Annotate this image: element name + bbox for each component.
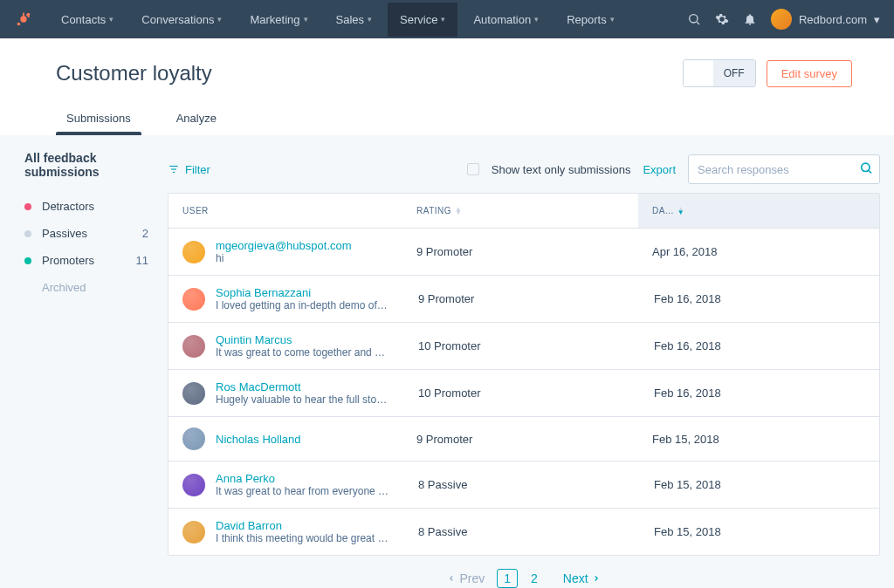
page-2[interactable]: 2	[525, 570, 544, 587]
table-row[interactable]: Anna PerkoIt was great to hear from ever…	[168, 462, 879, 509]
chevron-down-icon: ▾	[368, 15, 372, 24]
nav-item-reports[interactable]: Reports▾	[554, 3, 627, 37]
search-wrap	[688, 154, 880, 184]
table-row[interactable]: Nicholas Holland9 PromoterFeb 15, 2018	[168, 417, 879, 462]
user-comment: It was great to come together and get a …	[216, 346, 390, 359]
svg-point-2	[20, 16, 26, 22]
toggle-off[interactable]: OFF	[713, 60, 755, 86]
date-cell: Feb 16, 2018	[640, 292, 879, 305]
avatar	[182, 288, 205, 311]
user-name-link[interactable]: Anna Perko	[216, 472, 390, 485]
tab-analyze[interactable]: Analyze	[166, 105, 227, 135]
user-name-link[interactable]: Ros MacDermott	[216, 380, 390, 393]
main-panel: Filter Show text only submissions Export…	[157, 151, 894, 585]
sidebar-list: DetractorsPassives2Promoters11Archived	[21, 193, 157, 301]
toolbar: Filter Show text only submissions Export	[168, 151, 880, 193]
chevron-down-icon: ▾	[874, 13, 880, 26]
user-name-link[interactable]: Sophia Bernazzani	[216, 286, 390, 299]
svg-point-1	[17, 23, 21, 26]
sidebar-item-passives[interactable]: Passives2	[21, 220, 157, 247]
edit-survey-button[interactable]: Edit survey	[767, 60, 852, 87]
sort-icon: ▲▼	[677, 208, 684, 215]
nav-items: Contacts▾Conversations▾Marketing▾Sales▾S…	[49, 3, 627, 37]
hubspot-logo-icon[interactable]	[14, 10, 33, 29]
pagination: Prev 12 Next	[168, 556, 880, 585]
svg-line-11	[869, 171, 871, 174]
nav-item-service[interactable]: Service▾	[388, 3, 457, 37]
sidebar-title: All feedback submissions	[24, 151, 157, 179]
table-row[interactable]: Quintin MarcusIt was great to come toget…	[168, 323, 879, 370]
nav-item-automation[interactable]: Automation▾	[461, 3, 551, 37]
sidebar: All feedback submissions DetractorsPassi…	[0, 151, 157, 301]
sidebar-label: Promoters	[42, 254, 94, 267]
chevron-down-icon: ▾	[109, 15, 113, 24]
table-row[interactable]: Sophia BernazzaniI loved getting an in-d…	[168, 276, 879, 323]
avatar	[182, 474, 205, 496]
user-name-link[interactable]: Quintin Marcus	[216, 333, 390, 346]
tab-submissions[interactable]: Submissions	[56, 105, 141, 135]
rating-cell: 10 Promoter	[404, 386, 640, 400]
survey-toggle[interactable]: OFF	[683, 59, 756, 87]
svg-point-10	[862, 163, 870, 171]
page-header: Customer loyalty OFF Edit survey	[0, 38, 894, 87]
sidebar-count: 11	[136, 254, 148, 267]
search-button-icon[interactable]	[859, 161, 873, 178]
chevron-down-icon: ▾	[217, 15, 222, 24]
text-only-checkbox[interactable]	[467, 163, 479, 175]
avatar	[182, 335, 205, 358]
th-rating[interactable]: RATING ▲▼	[402, 194, 638, 228]
header-actions: OFF Edit survey	[683, 59, 852, 87]
status-dot	[24, 257, 31, 264]
gear-icon[interactable]	[715, 12, 729, 26]
date-cell: Apr 16, 2018	[638, 245, 879, 258]
user-comment: Hugely valuable to hear the full story f…	[216, 393, 390, 406]
user-name-link[interactable]: Nicholas Holland	[216, 433, 301, 446]
chevron-down-icon: ▾	[534, 15, 539, 24]
nav-item-sales[interactable]: Sales▾	[324, 3, 385, 37]
search-input[interactable]	[688, 154, 880, 184]
date-cell: Feb 15, 2018	[640, 525, 879, 538]
bell-icon[interactable]	[743, 12, 757, 26]
chevron-down-icon: ▾	[304, 15, 308, 24]
nav-right: Redbord.com ▾	[687, 9, 880, 30]
sidebar-label: Passives	[42, 227, 87, 240]
date-cell: Feb 15, 2018	[640, 478, 879, 491]
export-link[interactable]: Export	[643, 163, 676, 176]
rating-cell: 9 Promoter	[404, 292, 640, 305]
avatar	[182, 382, 205, 405]
status-dot	[24, 230, 31, 237]
prev-button[interactable]: Prev	[447, 571, 485, 585]
chevron-down-icon: ▾	[610, 15, 615, 24]
chevron-left-icon	[447, 574, 456, 583]
nav-item-conversations[interactable]: Conversations▾	[129, 3, 234, 37]
content-area: All feedback submissions DetractorsPassi…	[0, 135, 894, 588]
user-name-link[interactable]: mgeorgieva@hubspot.com	[216, 239, 352, 252]
rating-cell: 9 Promoter	[402, 245, 638, 258]
account-menu[interactable]: Redbord.com ▾	[771, 9, 880, 30]
rating-cell: 8 Passive	[404, 478, 640, 491]
th-date[interactable]: DA... ▲▼	[638, 194, 879, 228]
table-row[interactable]: Ros MacDermottHugely valuable to hear th…	[168, 370, 879, 417]
nav-item-contacts[interactable]: Contacts▾	[49, 3, 126, 37]
avatar	[182, 427, 205, 450]
filter-label: Filter	[185, 163, 210, 176]
nav-item-marketing[interactable]: Marketing▾	[237, 3, 320, 37]
table-header: USER RATING ▲▼ DA... ▲▼	[168, 194, 879, 229]
user-name-link[interactable]: David Barron	[216, 519, 390, 532]
sidebar-item-detractors[interactable]: Detractors	[21, 193, 157, 220]
user-comment: It was great to hear from everyone on pr…	[216, 485, 390, 497]
text-only-label: Show text only submissions	[492, 163, 631, 176]
chevron-down-icon: ▾	[441, 15, 445, 24]
table-row[interactable]: mgeorgieva@hubspot.comhi9 PromoterApr 16…	[168, 229, 879, 276]
next-button[interactable]: Next	[563, 571, 601, 585]
top-nav: Contacts▾Conversations▾Marketing▾Sales▾S…	[0, 0, 894, 38]
table-row[interactable]: David BarronI think this meeting would b…	[168, 509, 879, 555]
rating-cell: 8 Passive	[404, 525, 640, 538]
search-icon[interactable]	[687, 12, 701, 26]
toggle-on[interactable]	[684, 60, 713, 86]
sidebar-item-promoters[interactable]: Promoters11	[21, 247, 157, 274]
filter-link[interactable]: Filter	[168, 163, 210, 176]
sidebar-item-archived[interactable]: Archived	[21, 274, 157, 301]
page-1[interactable]: 1	[497, 569, 518, 588]
th-user[interactable]: USER	[168, 194, 402, 228]
